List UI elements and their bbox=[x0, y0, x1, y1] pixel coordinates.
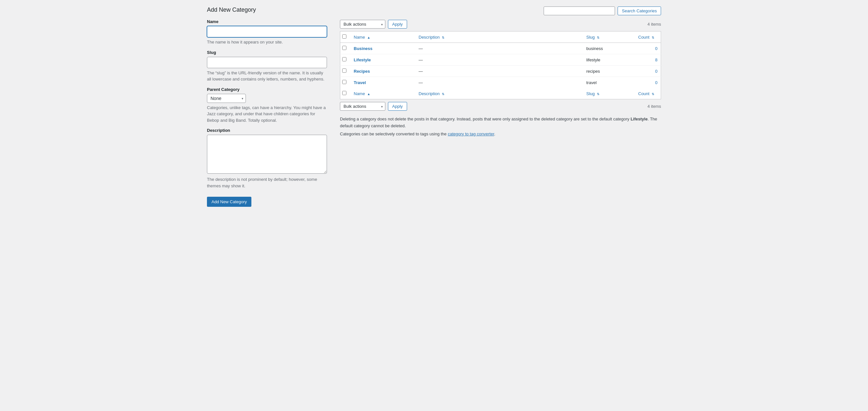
categories-table: Name ▲ Description ⇅ Slug ⇅ Count ⇅ bbox=[340, 31, 661, 99]
items-count-top: 4 items bbox=[647, 22, 661, 27]
parent-hint: Categories, unlike tags, can have a hier… bbox=[207, 105, 327, 124]
search-input[interactable] bbox=[544, 6, 615, 15]
row-slug-cell: business bbox=[583, 43, 635, 54]
row-name-cell: Lifestyle bbox=[351, 54, 415, 66]
row-description-cell: — bbox=[415, 43, 583, 54]
table-footer-row: Name ▲ Description ⇅ Slug ⇅ Count ⇅ bbox=[340, 88, 661, 99]
row-count-cell: 0 bbox=[635, 66, 661, 77]
tfoot-count[interactable]: Count ⇅ bbox=[635, 88, 661, 99]
apply-bottom-button[interactable]: Apply bbox=[388, 102, 407, 111]
row-name-cell: Travel bbox=[351, 77, 415, 88]
category-to-tag-converter-link[interactable]: category to tag converter bbox=[447, 131, 494, 136]
row-description-cell: — bbox=[415, 77, 583, 88]
tfoot-name-sort-icon: ▲ bbox=[367, 92, 370, 96]
count-link[interactable]: 0 bbox=[655, 80, 657, 85]
th-count[interactable]: Count ⇅ bbox=[635, 31, 661, 43]
default-category-name: Lifestyle bbox=[630, 117, 648, 121]
delete-note: Deleting a category does not delete the … bbox=[340, 116, 661, 129]
bulk-actions-bottom-left: Bulk actions ▾ Apply bbox=[340, 102, 407, 111]
converter-note: Categories can be selectively converted … bbox=[340, 131, 661, 138]
description-label: Description bbox=[207, 128, 327, 133]
bottom-notes: Deleting a category does not delete the … bbox=[340, 116, 661, 137]
name-hint: The name is how it appears on your site. bbox=[207, 39, 327, 46]
table-row: Travel — travel 0 bbox=[340, 77, 661, 88]
count-link[interactable]: 0 bbox=[655, 46, 657, 51]
slug-hint: The “slug” is the URL-friendly version o… bbox=[207, 70, 327, 83]
bulk-actions-top-bar: Bulk actions ▾ Apply 4 items bbox=[340, 20, 661, 29]
table-row: Business — business 0 bbox=[340, 43, 661, 54]
row-checkbox-cell bbox=[340, 54, 351, 66]
row-slug-cell: travel bbox=[583, 77, 635, 88]
description-sort-icon: ⇅ bbox=[442, 36, 444, 39]
table-row: Lifestyle — lifestyle 8 bbox=[340, 54, 661, 66]
row-checkbox[interactable] bbox=[342, 80, 346, 84]
name-sort-icon: ▲ bbox=[367, 36, 370, 39]
row-count-cell: 0 bbox=[635, 77, 661, 88]
row-description-cell: — bbox=[415, 66, 583, 77]
bulk-actions-top-select[interactable]: Bulk actions bbox=[340, 20, 385, 29]
bulk-actions-top-left: Bulk actions ▾ Apply bbox=[340, 20, 407, 29]
tfoot-count-sort-icon: ⇅ bbox=[652, 92, 654, 96]
parent-select[interactable]: None bbox=[207, 94, 246, 103]
form-title: Add New Category bbox=[207, 6, 327, 13]
bulk-actions-bottom-bar: Bulk actions ▾ Apply 4 items bbox=[340, 102, 661, 111]
th-checkbox bbox=[340, 31, 351, 43]
description-group: Description The description is not promi… bbox=[207, 128, 327, 189]
name-label: Name bbox=[207, 19, 327, 24]
row-slug-cell: recipes bbox=[583, 66, 635, 77]
apply-top-button[interactable]: Apply bbox=[388, 20, 407, 29]
count-sort-icon: ⇅ bbox=[652, 36, 654, 39]
row-checkbox[interactable] bbox=[342, 68, 346, 73]
row-name-cell: Recipes bbox=[351, 66, 415, 77]
name-input[interactable] bbox=[207, 26, 327, 37]
count-link[interactable]: 0 bbox=[655, 69, 657, 74]
name-group: Name The name is how it appears on your … bbox=[207, 19, 327, 46]
row-checkbox[interactable] bbox=[342, 46, 346, 50]
slug-group: Slug The “slug” is the URL-friendly vers… bbox=[207, 50, 327, 83]
row-checkbox[interactable] bbox=[342, 57, 346, 61]
row-name-cell: Business bbox=[351, 43, 415, 54]
table-header-row: Name ▲ Description ⇅ Slug ⇅ Count ⇅ bbox=[340, 31, 661, 43]
row-count-cell: 8 bbox=[635, 54, 661, 66]
add-category-button[interactable]: Add New Category bbox=[207, 197, 251, 207]
category-name-link[interactable]: Business bbox=[354, 46, 373, 51]
parent-category-group: Parent Category None ▾ Categories, unlik… bbox=[207, 87, 327, 124]
search-bar: Search Categories bbox=[340, 6, 661, 15]
select-all-checkbox[interactable] bbox=[342, 34, 346, 39]
row-checkbox-cell bbox=[340, 77, 351, 88]
tfoot-desc-sort-icon: ⇅ bbox=[442, 92, 444, 96]
tfoot-slug[interactable]: Slug ⇅ bbox=[583, 88, 635, 99]
search-categories-button[interactable]: Search Categories bbox=[618, 6, 661, 15]
row-count-cell: 0 bbox=[635, 43, 661, 54]
category-name-link[interactable]: Recipes bbox=[354, 69, 370, 74]
row-slug-cell: lifestyle bbox=[583, 54, 635, 66]
row-checkbox-cell bbox=[340, 66, 351, 77]
th-slug[interactable]: Slug ⇅ bbox=[583, 31, 635, 43]
slug-input[interactable] bbox=[207, 57, 327, 68]
category-name-link[interactable]: Lifestyle bbox=[354, 57, 371, 62]
description-textarea[interactable] bbox=[207, 135, 327, 174]
tfoot-checkbox bbox=[340, 88, 351, 99]
add-category-form: Add New Category Name The name is how it… bbox=[207, 6, 327, 207]
select-all-footer-checkbox[interactable] bbox=[342, 91, 346, 95]
category-list-panel: Search Categories Bulk actions ▾ Apply 4… bbox=[340, 6, 661, 207]
tfoot-slug-sort-icon: ⇅ bbox=[597, 92, 599, 96]
description-hint: The description is not prominent by defa… bbox=[207, 176, 327, 189]
slug-sort-icon: ⇅ bbox=[597, 36, 599, 39]
row-checkbox-cell bbox=[340, 43, 351, 54]
th-name[interactable]: Name ▲ bbox=[351, 31, 415, 43]
row-description-cell: — bbox=[415, 54, 583, 66]
tfoot-name[interactable]: Name ▲ bbox=[351, 88, 415, 99]
count-link[interactable]: 8 bbox=[655, 57, 657, 62]
th-description[interactable]: Description ⇅ bbox=[415, 31, 583, 43]
parent-label: Parent Category bbox=[207, 87, 327, 92]
bulk-actions-bottom-select[interactable]: Bulk actions bbox=[340, 102, 385, 111]
tfoot-description[interactable]: Description ⇅ bbox=[415, 88, 583, 99]
table-row: Recipes — recipes 0 bbox=[340, 66, 661, 77]
category-name-link[interactable]: Travel bbox=[354, 80, 366, 85]
slug-label: Slug bbox=[207, 50, 327, 55]
items-count-bottom: 4 items bbox=[647, 104, 661, 109]
